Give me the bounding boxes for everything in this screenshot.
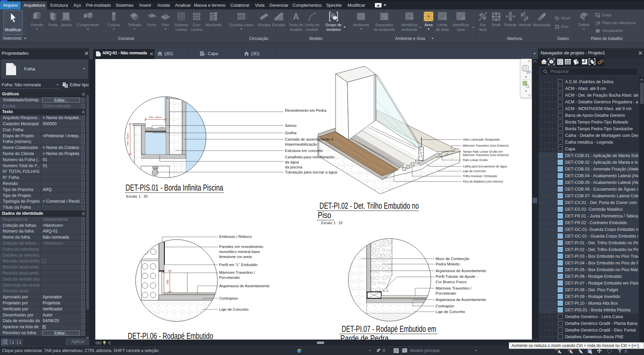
svg-text:Escala: 1 : 10: Escala: 1 : 10 [321, 221, 343, 225]
svg-text:Mármore Travertino (Uso Extern: Mármore Travertino (Uso Externo) [463, 153, 509, 157]
svg-text:Tampo Ralo Linear Oculto em: Tampo Ralo Linear Oculto em [463, 150, 503, 153]
svg-text:A: A [10, 340, 11, 342]
svg-text:Min. 60cm: Min. 60cm [126, 133, 129, 145]
svg-text:Argamassa de Assentamento: Argamassa de Assentamento [219, 284, 269, 288]
svg-text:da piscina: da piscina [285, 165, 302, 169]
svg-text:limestone cor areia: limestone cor areia [219, 255, 252, 259]
svg-text:Laje de Concreto: Laje de Concreto [436, 310, 465, 314]
svg-text:2D: 2D [526, 70, 531, 74]
svg-text:A: A [17, 342, 18, 344]
svg-text:Escala: 1 : 20: Escala: 1 : 20 [126, 194, 148, 198]
svg-text:Ralo Linear Oculto: Ralo Linear Oculto [463, 158, 488, 162]
svg-text:Min. 40cm: Min. 40cm [149, 116, 162, 119]
svg-text:Paredes em revestimento: Paredes em revestimento [219, 245, 263, 249]
svg-text:Estrutura em concreto: Estrutura em concreto [285, 149, 323, 153]
svg-text:Laje de Concreto: Laje de Concreto [463, 169, 486, 173]
svg-text:Calha para Escoamento de água: Calha para Escoamento de água [463, 165, 507, 168]
svg-text:Grelha: Grelha [285, 131, 297, 135]
svg-text:Perfil Tubular de Ajuste -: Perfil Tubular de Ajuste - [436, 274, 478, 278]
svg-text:Mármore Travertino (Uso Extern: Mármore Travertino (Uso Externo) [463, 144, 509, 147]
svg-text:Argamassa de Assentamento: Argamassa de Assentamento [436, 269, 486, 273]
svg-text:Parde de Pedra: Parde de Pedra [340, 334, 389, 340]
svg-text:Embosso / Reboco: Embosso / Reboco [219, 235, 252, 239]
svg-text:DET-PIS.01 - Borda Infinita Pi: DET-PIS.01 - Borda Infinita Piscina [126, 183, 224, 192]
svg-text:Laje de Concreto: Laje de Concreto [219, 307, 249, 311]
svg-text:DET-PI.06 - Rodapé Embutido: DET-PI.06 - Rodapé Embutido [128, 331, 213, 340]
svg-text:1: 1 [462, 17, 464, 20]
svg-text:Piso de Madeira (Uso Interno): Piso de Madeira (Uso Interno) [463, 180, 503, 183]
svg-text:Piso: Piso [318, 210, 331, 220]
svg-text:Mármore Travertino /: Mármore Travertino / [219, 270, 255, 274]
svg-text:Argamassa de Assentamento: Argamassa de Assentamento [436, 298, 486, 302]
svg-text:Porcelanato: Porcelanato [436, 291, 456, 295]
svg-text:da água: da água [285, 160, 299, 164]
svg-text:Tubulação para escoar a àgua: Tubulação para escoar a àgua [285, 170, 337, 174]
svg-text:Muro de Contenção: Muro de Contenção [436, 257, 469, 261]
svg-text:Pedra Moledo: Pedra Moledo [436, 262, 460, 266]
svg-text:Cor Branco Fosco: Cor Branco Fosco [436, 280, 467, 284]
svg-text:Contrapiso: Contrapiso [436, 304, 454, 308]
svg-text:Vidro Laminado Temperado: Vidro Laminado Temperado [463, 138, 500, 141]
svg-text:DET-PI.07 - Rodapé Embutido em: DET-PI.07 - Rodapé Embutido em [342, 324, 436, 334]
svg-text:Porcelanato: Porcelanato [219, 275, 240, 280]
svg-text:Revestimento em Pedra: Revestimento em Pedra [285, 108, 327, 112]
svg-text:DET-PI.02 - Det. Trilho Embuti: DET-PI.02 - Det. Trilho Embutido no [319, 201, 419, 210]
svg-text::0: :0 [624, 349, 627, 354]
svg-text:Contrapiso: Contrapiso [219, 296, 238, 300]
svg-text:Z: Z [10, 342, 11, 344]
svg-text:Perfil em “L” Embutido: Perfil em “L” Embutido [219, 263, 257, 267]
svg-text:Trilho Invisível / Embutido: Trilho Invisível / Embutido [463, 174, 497, 178]
svg-text:impermeabilização: impermeabilização [285, 142, 317, 146]
svg-text:Z: Z [17, 340, 18, 342]
svg-text:monolítico mineral base: monolítico mineral base [219, 250, 260, 254]
svg-text:Camada de assentamento e: Camada de assentamento e [285, 137, 333, 141]
svg-text:Canalheta para recolhimento: Canalheta para recolhimento [285, 155, 335, 159]
svg-text:var.: var. [166, 279, 169, 284]
svg-text:1: 1 [411, 17, 412, 20]
svg-text:Seixos: Seixos [285, 123, 297, 128]
svg-text:Mármore Travertino /: Mármore Travertino / [436, 286, 472, 290]
